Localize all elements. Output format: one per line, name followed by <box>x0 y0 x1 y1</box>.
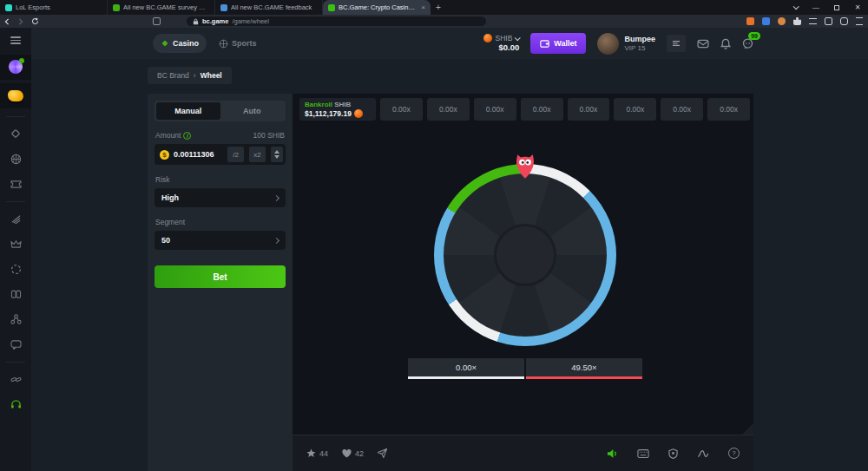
half-bet-button[interactable]: /2 <box>227 147 244 162</box>
minimize-icon[interactable]: — <box>806 0 826 15</box>
tab-favicon-icon <box>113 4 120 11</box>
browser-tab[interactable]: All new BC.GAME survey & feedback <box>108 0 215 15</box>
currency-selector[interactable]: SHIB $0.00 <box>483 34 519 54</box>
tab-favicon-icon <box>220 4 227 11</box>
risk-dropdown[interactable]: High <box>155 188 286 207</box>
info-icon[interactable] <box>183 132 191 140</box>
bet-button[interactable]: Bet <box>155 265 286 288</box>
sidebar-item-spin[interactable] <box>10 257 22 282</box>
reload-icon[interactable] <box>28 17 42 25</box>
shield-icon <box>668 448 678 459</box>
address-bar[interactable]: bc.game/game/wheel <box>187 16 486 26</box>
tab-auto[interactable]: Auto <box>220 102 285 120</box>
reading-list-icon[interactable] <box>809 18 817 24</box>
browser-tab[interactable]: LoL Esports <box>0 0 108 15</box>
notifications-button[interactable] <box>720 38 731 49</box>
tab-search-icon[interactable] <box>785 0 806 15</box>
user-profile[interactable]: Bumpee VIP 15 <box>597 33 655 55</box>
network-icon <box>10 314 22 324</box>
resize-corner[interactable] <box>742 423 753 435</box>
sidebar-item-promotions[interactable] <box>10 172 22 197</box>
list-icon <box>672 40 681 47</box>
bell-icon <box>720 38 731 49</box>
result-value: 0.00× <box>456 363 477 372</box>
bet-panel: Manual Auto Amount 100 SHIB 0.00111306 /… <box>148 94 293 471</box>
divider <box>6 116 25 117</box>
divider <box>6 362 25 363</box>
restore-icon[interactable] <box>826 0 847 15</box>
history-chip: 0.00x <box>661 98 703 121</box>
help-icon[interactable] <box>728 448 740 459</box>
browser-menu-icon[interactable] <box>856 17 863 25</box>
breadcrumb: BC Brand › Wheel <box>148 67 232 84</box>
forward-icon[interactable] <box>14 18 28 25</box>
sidebar-item-affiliate[interactable] <box>10 307 22 332</box>
new-tab-button[interactable]: + <box>431 0 446 15</box>
live-stats-button[interactable] <box>697 449 709 458</box>
avatar <box>597 33 619 55</box>
result-box: 49.50× <box>526 358 642 379</box>
segment-dropdown[interactable]: 50 <box>155 231 286 250</box>
sidebar-item-bonus[interactable] <box>0 55 31 80</box>
result-box: 0.00× <box>408 358 524 379</box>
chevron-right-icon <box>273 194 279 200</box>
back-icon[interactable] <box>0 18 14 25</box>
breadcrumb-root[interactable]: BC Brand <box>157 71 189 80</box>
tab-casino[interactable]: Casino <box>153 34 207 53</box>
hotkeys-button[interactable] <box>637 449 649 458</box>
browser-tab[interactable]: All new BC.GAME feedback <box>215 0 323 15</box>
extension-icon[interactable] <box>762 17 770 25</box>
amount-input[interactable]: 0.00111306 /2 x2 <box>155 144 286 165</box>
game-topstrip: Bankroll SHIB $1,112,179.19 0.00x 0.00x … <box>299 98 750 121</box>
share-button[interactable] <box>378 448 387 458</box>
sidebar-item-cards[interactable] <box>10 282 22 307</box>
sidebar-item-forum[interactable] <box>10 332 22 357</box>
tab-sports[interactable]: Sports <box>219 39 257 49</box>
wallet-button[interactable]: Wallet <box>530 33 586 54</box>
step-down-icon[interactable] <box>274 155 279 159</box>
basketball-icon <box>10 154 22 165</box>
bankroll-currency: SHIB <box>334 101 351 108</box>
close-icon[interactable]: ✕ <box>847 0 868 15</box>
bookmark-icon[interactable] <box>153 17 161 25</box>
risk-label: Risk <box>155 175 285 184</box>
wallet-icon <box>540 40 549 48</box>
extension-icon[interactable] <box>778 17 786 25</box>
game-footer-icons <box>607 448 740 459</box>
sidebar-item-sports[interactable] <box>10 147 22 172</box>
extension-icon[interactable] <box>746 17 754 25</box>
likes-stat[interactable]: 42 <box>342 449 364 458</box>
bet-slip-button[interactable] <box>667 35 686 52</box>
step-up-icon[interactable] <box>274 150 279 154</box>
sidebar-item-casino[interactable] <box>10 121 21 147</box>
browser-tab-active[interactable]: BC.Game: Crypto Casino Games & × <box>323 0 431 15</box>
double-bet-button[interactable]: x2 <box>249 147 266 162</box>
risk-value: High <box>161 193 179 202</box>
two-cards-icon <box>10 290 22 299</box>
sidebar-toggle-hamburger-icon[interactable] <box>10 35 21 46</box>
sidebar-item-vip[interactable] <box>10 232 22 257</box>
sidebar-item-links[interactable] <box>10 367 22 392</box>
lock-icon <box>193 18 199 25</box>
screenshot-icon[interactable] <box>840 17 848 25</box>
sidebar-item-coins[interactable] <box>0 83 31 108</box>
sound-button[interactable] <box>607 448 618 459</box>
tab-close-icon[interactable]: × <box>419 3 425 11</box>
heart-icon <box>342 449 352 458</box>
amount-stepper[interactable] <box>271 147 283 162</box>
tab-manual[interactable]: Manual <box>156 102 220 120</box>
favorites-stat[interactable]: 44 <box>306 448 328 458</box>
sidebar-item-support[interactable] <box>10 392 22 417</box>
puzzle-extensions-icon[interactable] <box>793 17 801 25</box>
history-chip: 0.00x <box>707 98 750 121</box>
fairness-button[interactable] <box>668 448 678 459</box>
side-panel-icon[interactable] <box>825 17 832 25</box>
inbox-button[interactable] <box>697 39 709 49</box>
history-chip: 0.00x <box>568 98 610 121</box>
casino-label: Casino <box>173 39 199 48</box>
chat-button[interactable]: 99 <box>742 38 753 49</box>
amount-value[interactable]: 0.00111306 <box>174 150 222 159</box>
crown-icon <box>10 239 22 249</box>
favorites-count: 44 <box>319 449 328 458</box>
sidebar-item-rewards[interactable] <box>10 206 22 232</box>
